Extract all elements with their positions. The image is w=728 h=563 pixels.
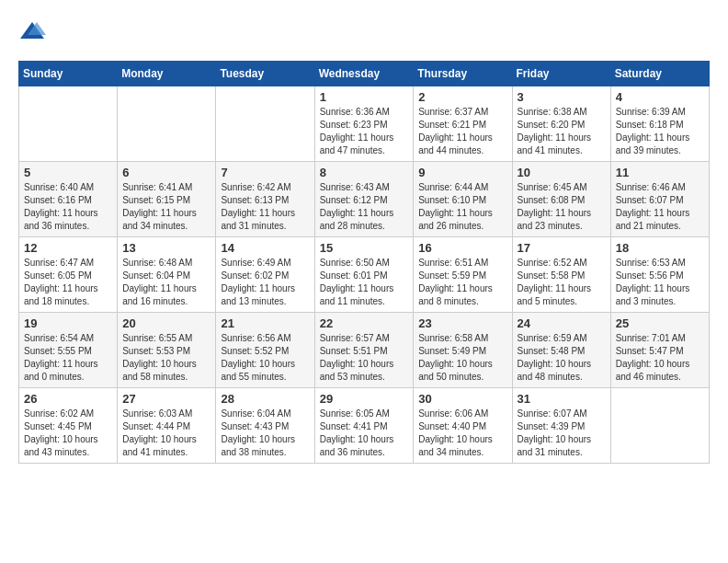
calendar-cell: 9Sunrise: 6:44 AM Sunset: 6:10 PM Daylig… (414, 162, 512, 237)
day-number: 2 (418, 90, 506, 104)
day-number: 1 (320, 90, 409, 104)
day-info: Sunrise: 6:04 AM Sunset: 4:43 PM Dayligh… (221, 408, 309, 459)
calendar-cell: 15Sunrise: 6:50 AM Sunset: 6:01 PM Dayli… (314, 237, 414, 313)
day-info: Sunrise: 6:06 AM Sunset: 4:40 PM Dayligh… (418, 408, 506, 459)
calendar-cell: 26Sunrise: 6:02 AM Sunset: 4:45 PM Dayli… (19, 388, 118, 464)
day-number: 7 (221, 166, 309, 179)
day-header: Friday (512, 62, 610, 86)
calendar-cell: 6Sunrise: 6:41 AM Sunset: 6:15 PM Daylig… (118, 162, 216, 237)
day-header: Saturday (610, 62, 709, 86)
calendar-cell: 7Sunrise: 6:42 AM Sunset: 6:13 PM Daylig… (216, 162, 314, 237)
calendar-table: SundayMondayTuesdayWednesdayThursdayFrid… (18, 61, 710, 464)
day-info: Sunrise: 6:07 AM Sunset: 4:39 PM Dayligh… (518, 408, 606, 459)
day-info: Sunrise: 6:36 AM Sunset: 6:23 PM Dayligh… (320, 106, 409, 157)
day-number: 16 (418, 241, 506, 255)
calendar-week: 12Sunrise: 6:47 AM Sunset: 6:05 PM Dayli… (19, 237, 710, 313)
calendar-week: 19Sunrise: 6:54 AM Sunset: 5:55 PM Dayli… (19, 313, 710, 388)
day-number: 5 (24, 166, 112, 179)
calendar-cell: 29Sunrise: 6:05 AM Sunset: 4:41 PM Dayli… (314, 388, 414, 464)
day-number: 27 (122, 392, 210, 406)
calendar-cell: 11Sunrise: 6:46 AM Sunset: 6:07 PM Dayli… (610, 162, 709, 237)
day-info: Sunrise: 6:47 AM Sunset: 6:05 PM Dayligh… (24, 257, 112, 308)
day-info: Sunrise: 6:37 AM Sunset: 6:21 PM Dayligh… (418, 106, 506, 157)
calendar-cell: 20Sunrise: 6:55 AM Sunset: 5:53 PM Dayli… (118, 313, 216, 388)
day-info: Sunrise: 6:48 AM Sunset: 6:04 PM Dayligh… (122, 257, 210, 308)
calendar-body: 1Sunrise: 6:36 AM Sunset: 6:23 PM Daylig… (19, 86, 710, 464)
day-info: Sunrise: 6:46 AM Sunset: 6:07 PM Dayligh… (616, 181, 704, 233)
day-header: Sunday (19, 62, 118, 86)
day-info: Sunrise: 6:40 AM Sunset: 6:16 PM Dayligh… (24, 181, 112, 233)
calendar-cell (19, 86, 118, 162)
day-number: 15 (320, 241, 409, 255)
day-info: Sunrise: 7:01 AM Sunset: 5:47 PM Dayligh… (616, 332, 704, 384)
day-number: 12 (24, 241, 112, 255)
calendar-week: 1Sunrise: 6:36 AM Sunset: 6:23 PM Daylig… (19, 86, 710, 162)
day-info: Sunrise: 6:55 AM Sunset: 5:53 PM Dayligh… (122, 332, 210, 384)
day-info: Sunrise: 6:45 AM Sunset: 6:08 PM Dayligh… (518, 181, 606, 233)
calendar-cell: 21Sunrise: 6:56 AM Sunset: 5:52 PM Dayli… (216, 313, 314, 388)
calendar-cell: 1Sunrise: 6:36 AM Sunset: 6:23 PM Daylig… (314, 86, 414, 162)
calendar-cell: 19Sunrise: 6:54 AM Sunset: 5:55 PM Dayli… (19, 313, 118, 388)
calendar-header: SundayMondayTuesdayWednesdayThursdayFrid… (19, 62, 710, 86)
calendar-cell: 28Sunrise: 6:04 AM Sunset: 4:43 PM Dayli… (216, 388, 314, 464)
calendar-cell: 3Sunrise: 6:38 AM Sunset: 6:20 PM Daylig… (512, 86, 610, 162)
calendar-cell: 22Sunrise: 6:57 AM Sunset: 5:51 PM Dayli… (314, 313, 414, 388)
calendar-cell: 4Sunrise: 6:39 AM Sunset: 6:18 PM Daylig… (610, 86, 709, 162)
day-number: 17 (518, 241, 606, 255)
logo (18, 18, 50, 46)
calendar-cell: 5Sunrise: 6:40 AM Sunset: 6:16 PM Daylig… (19, 162, 118, 237)
calendar-cell: 8Sunrise: 6:43 AM Sunset: 6:12 PM Daylig… (314, 162, 414, 237)
calendar-week: 5Sunrise: 6:40 AM Sunset: 6:16 PM Daylig… (19, 162, 710, 237)
calendar-cell: 2Sunrise: 6:37 AM Sunset: 6:21 PM Daylig… (414, 86, 512, 162)
day-number: 30 (418, 392, 506, 406)
day-number: 4 (616, 90, 704, 104)
day-number: 9 (418, 166, 506, 179)
calendar-cell (216, 86, 314, 162)
day-header: Thursday (414, 62, 512, 86)
page-header (18, 18, 710, 46)
day-info: Sunrise: 6:50 AM Sunset: 6:01 PM Dayligh… (320, 257, 409, 308)
day-number: 22 (320, 316, 409, 330)
day-number: 3 (518, 90, 606, 104)
calendar-cell: 10Sunrise: 6:45 AM Sunset: 6:08 PM Dayli… (512, 162, 610, 237)
day-number: 31 (518, 392, 606, 406)
calendar-cell: 23Sunrise: 6:58 AM Sunset: 5:49 PM Dayli… (414, 313, 512, 388)
day-number: 8 (320, 166, 409, 179)
day-number: 6 (122, 166, 210, 179)
day-number: 13 (122, 241, 210, 255)
day-info: Sunrise: 6:53 AM Sunset: 5:56 PM Dayligh… (616, 257, 704, 308)
day-info: Sunrise: 6:05 AM Sunset: 4:41 PM Dayligh… (320, 408, 409, 459)
day-info: Sunrise: 6:54 AM Sunset: 5:55 PM Dayligh… (24, 332, 112, 384)
day-number: 29 (320, 392, 409, 406)
day-info: Sunrise: 6:56 AM Sunset: 5:52 PM Dayligh… (221, 332, 309, 384)
calendar-cell: 14Sunrise: 6:49 AM Sunset: 6:02 PM Dayli… (216, 237, 314, 313)
day-info: Sunrise: 6:57 AM Sunset: 5:51 PM Dayligh… (320, 332, 409, 384)
calendar-cell: 18Sunrise: 6:53 AM Sunset: 5:56 PM Dayli… (610, 237, 709, 313)
day-header: Monday (118, 62, 216, 86)
day-number: 14 (221, 241, 309, 255)
day-info: Sunrise: 6:38 AM Sunset: 6:20 PM Dayligh… (518, 106, 606, 157)
day-number: 11 (616, 166, 704, 179)
calendar-cell (610, 388, 709, 464)
day-info: Sunrise: 6:39 AM Sunset: 6:18 PM Dayligh… (616, 106, 704, 157)
calendar-cell: 27Sunrise: 6:03 AM Sunset: 4:44 PM Dayli… (118, 388, 216, 464)
calendar-cell: 25Sunrise: 7:01 AM Sunset: 5:47 PM Dayli… (610, 313, 709, 388)
day-number: 24 (518, 316, 606, 330)
calendar-cell: 24Sunrise: 6:59 AM Sunset: 5:48 PM Dayli… (512, 313, 610, 388)
calendar-cell: 12Sunrise: 6:47 AM Sunset: 6:05 PM Dayli… (19, 237, 118, 313)
day-info: Sunrise: 6:03 AM Sunset: 4:44 PM Dayligh… (122, 408, 210, 459)
day-number: 25 (616, 316, 704, 330)
day-info: Sunrise: 6:49 AM Sunset: 6:02 PM Dayligh… (221, 257, 309, 308)
day-number: 23 (418, 316, 506, 330)
day-number: 18 (616, 241, 704, 255)
day-info: Sunrise: 6:41 AM Sunset: 6:15 PM Dayligh… (122, 181, 210, 233)
day-number: 19 (24, 316, 112, 330)
day-header: Wednesday (314, 62, 414, 86)
calendar-cell (118, 86, 216, 162)
day-info: Sunrise: 6:42 AM Sunset: 6:13 PM Dayligh… (221, 181, 309, 233)
day-header: Tuesday (216, 62, 314, 86)
logo-icon (18, 18, 46, 46)
calendar-cell: 13Sunrise: 6:48 AM Sunset: 6:04 PM Dayli… (118, 237, 216, 313)
calendar-cell: 16Sunrise: 6:51 AM Sunset: 5:59 PM Dayli… (414, 237, 512, 313)
calendar-cell: 31Sunrise: 6:07 AM Sunset: 4:39 PM Dayli… (512, 388, 610, 464)
